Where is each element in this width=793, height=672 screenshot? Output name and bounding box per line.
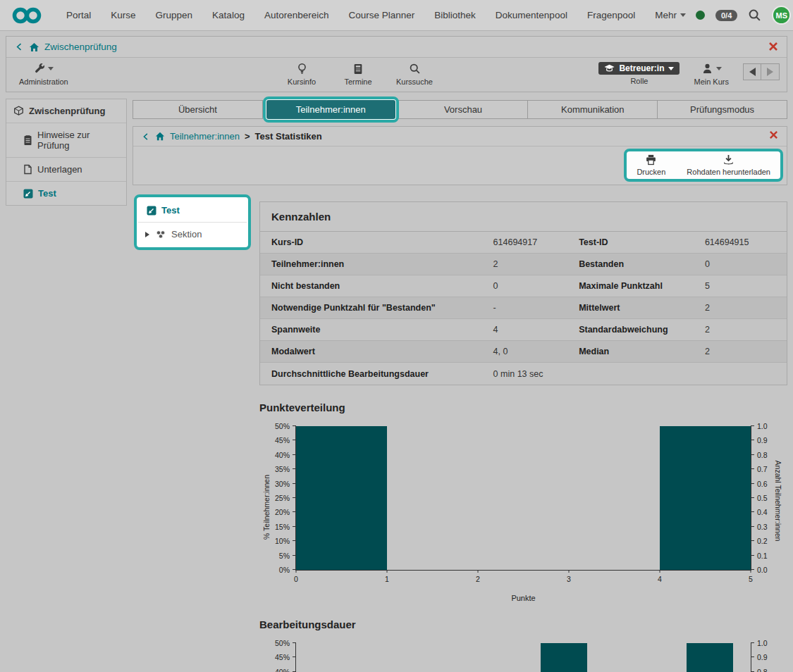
home-icon[interactable]: [29, 42, 39, 52]
breadcrumb-link[interactable]: Teilnehmer:innen: [170, 131, 240, 142]
axis-tick-mark: [751, 440, 754, 440]
test-tree-column: Test Sektion: [133, 194, 259, 672]
download-raw-data-button[interactable]: Rohdaten herunterladen: [687, 154, 770, 176]
test-icon: [147, 206, 156, 216]
highlight-annotation-active-tab: Teilnehmer:innen: [263, 97, 399, 123]
role-value: Betreuer:in: [619, 63, 664, 73]
kennzahlen-table: Kurs-ID614694917Test-ID614694915 Teilneh…: [260, 232, 787, 385]
stat-label: Median: [579, 347, 705, 356]
axis-tick-label: 0.3: [757, 523, 768, 531]
axis-tick-mark: [751, 555, 754, 556]
breadcrumb-current: Test Statistiken: [255, 131, 322, 142]
kennzahlen-panel: Kennzahlen Kurs-ID614694917Test-ID614694…: [259, 201, 787, 385]
plot-area: 0%5%10%15%20%25%30%35%40%45%50%0.00.10.2…: [295, 643, 751, 672]
kursinfo-button[interactable]: Kursinfo: [280, 62, 324, 86]
nav-item-gruppen[interactable]: Gruppen: [146, 10, 203, 20]
printer-icon: [645, 154, 657, 166]
axis-tick-label: 0.5: [757, 494, 768, 502]
back-chevron-icon[interactable]: [15, 42, 24, 51]
course-header-box: Zwischenprüfung Administration Kursinfo: [6, 36, 787, 92]
expand-chevron-icon[interactable]: [145, 232, 149, 237]
course-breadcrumb: Zwischenprüfung: [6, 37, 787, 57]
breadcrumb-separator: >: [245, 131, 250, 142]
stat-value: 0: [705, 259, 775, 269]
nav-item-course-planner[interactable]: Course Planner: [338, 10, 424, 20]
highlight-annotation-tree: Test Sektion: [134, 194, 251, 250]
tab-teilnehmerinnen[interactable]: Teilnehmer:innen: [266, 100, 395, 119]
axis-tick-label: 0.8: [757, 451, 768, 459]
axis-tick-mark: [751, 468, 754, 469]
role-dropdown-button[interactable]: Betreuer:in: [598, 62, 680, 75]
openolat-logo-icon[interactable]: [11, 6, 42, 25]
close-course-icon[interactable]: [768, 42, 778, 51]
top-navbar: Portal Kurse Gruppen Katalog Autorenbere…: [0, 0, 793, 31]
table-row: Nicht bestanden0Maximale Punktzahl5: [260, 275, 787, 297]
back-chevron-icon[interactable]: [142, 132, 150, 141]
sidebar-item-test[interactable]: Test: [6, 182, 126, 205]
axis-tick-mark: [660, 570, 660, 573]
axis-tick-label: 0.1: [757, 552, 768, 560]
next-button[interactable]: [761, 63, 780, 80]
nav-item-autorenbereich[interactable]: Autorenbereich: [254, 10, 339, 20]
tab-kommunikation[interactable]: Kommunikation: [527, 100, 658, 119]
tree-item-test[interactable]: Test: [138, 199, 247, 222]
nav-item-bibliothek[interactable]: Bibliothek: [424, 10, 486, 20]
table-row: Durchschnittliche Bearbeitungsdauer0 min…: [260, 363, 787, 385]
stat-value: 4, 0: [493, 347, 579, 356]
axis-tick-label: 30%: [275, 480, 290, 488]
axis-tick-label: 1.0: [757, 639, 768, 647]
axis-tick-label: 5: [749, 575, 753, 583]
nav-item-mehr[interactable]: Mehr: [645, 10, 696, 20]
nav-item-kurse[interactable]: Kurse: [101, 10, 145, 20]
stat-label: Standardabweichung: [579, 325, 705, 335]
lightbulb-icon: [280, 62, 324, 75]
administration-button[interactable]: Administration: [19, 62, 68, 86]
sidebar-item-hinweise[interactable]: Hinweise zur Prüfung: [6, 123, 126, 158]
search-icon[interactable]: [748, 8, 761, 22]
stat-value: 2: [705, 347, 775, 356]
axis-tick-mark: [387, 570, 388, 573]
tab-pruefungsmodus[interactable]: Prüfungsmodus: [657, 100, 787, 119]
mein-kurs-label: Mein Kurs: [694, 77, 729, 86]
axis-tick-mark: [751, 454, 754, 455]
tab-uebersicht[interactable]: Übersicht: [133, 100, 263, 119]
table-row: Spannweite4Standardabweichung2: [260, 319, 787, 341]
termine-button[interactable]: Termine: [336, 62, 380, 86]
axis-tick-label: 35%: [275, 465, 290, 473]
nav-item-dokumentenpool[interactable]: Dokumentenpool: [486, 10, 577, 20]
notification-count-badge[interactable]: 0/4: [715, 10, 737, 21]
termine-label: Termine: [336, 77, 380, 86]
print-button[interactable]: Drucken: [637, 154, 665, 176]
table-row: Modalwert4, 0Median2: [260, 341, 787, 363]
graduation-cap-icon: [604, 64, 615, 73]
nav-item-katalog[interactable]: Katalog: [202, 10, 254, 20]
chevron-down-icon: [48, 67, 54, 70]
tree-item-sektion[interactable]: Sektion: [138, 222, 247, 246]
axis-tick-label: 1.0: [757, 422, 768, 430]
axis-tick-label: 0.9: [757, 436, 768, 444]
chart-title-bearbeitungsdauer: Bearbeitungsdauer: [259, 618, 787, 630]
tab-vorschau[interactable]: Vorschau: [398, 100, 529, 119]
download-icon: [723, 154, 734, 166]
statistics-breadcrumb: Teilnehmer:innen > Test Statistiken: [133, 127, 787, 147]
close-statistics-icon[interactable]: [769, 130, 778, 139]
nav-item-fragenpool[interactable]: Fragenpool: [577, 10, 645, 20]
sidebar-item-zwischenpruefung[interactable]: Zwischenprüfung: [6, 99, 126, 123]
avatar[interactable]: MS: [772, 6, 791, 25]
axis-tick-label: 0.7: [757, 465, 768, 473]
axis-tick-mark: [569, 570, 570, 573]
course-title[interactable]: Zwischenprüfung: [44, 42, 117, 52]
sidebar-item-unterlagen[interactable]: Unterlagen: [6, 158, 126, 182]
axis-tick-mark: [751, 642, 754, 643]
previous-button[interactable]: [743, 63, 761, 80]
online-status-icon: [696, 11, 705, 20]
axis-tick-label: 0%: [279, 566, 290, 574]
stat-value: 5: [705, 281, 775, 291]
stat-value: 614694917: [493, 237, 579, 247]
stat-value: 0: [493, 281, 579, 291]
kurssuche-button[interactable]: Kurssuche: [393, 62, 436, 86]
stat-value: 4: [493, 325, 579, 335]
mein-kurs-button[interactable]: Mein Kurs: [694, 62, 729, 86]
home-icon[interactable]: [155, 132, 165, 141]
nav-item-portal[interactable]: Portal: [56, 10, 101, 20]
